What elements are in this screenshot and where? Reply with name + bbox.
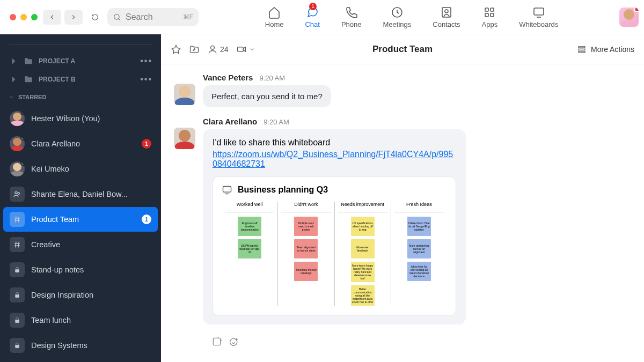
add-reaction-icon[interactable] (229, 336, 239, 347)
svg-rect-34 (223, 186, 231, 192)
sender-name: Vance Peters (203, 73, 253, 82)
tab-apps[interactable]: Apps (482, 6, 498, 28)
sidebar-item-label: Stand-up notes (31, 265, 84, 274)
sidebar-section-starred[interactable]: STARRED (0, 88, 161, 106)
sidebar-item-product-team[interactable]: Product Team1 (3, 207, 158, 232)
tab-chat[interactable]: 1Chat (305, 6, 319, 28)
sidebar-item-design-systems[interactable]: Design Systems (3, 333, 158, 358)
svg-rect-5 (485, 8, 488, 11)
maximize-window-icon[interactable] (31, 14, 38, 20)
sidebar-item-design-inspiration[interactable]: Design Inspiration (3, 283, 158, 307)
sticky-note: Multiple tools used to track project (294, 217, 318, 236)
contacts-icon (440, 6, 453, 19)
tab-meetings[interactable]: Meetings (383, 6, 412, 28)
tab-phone[interactable]: Phone (341, 6, 362, 28)
svg-rect-29 (237, 47, 243, 51)
sidebar-folder-project-b[interactable]: PROJECT B ••• (0, 70, 161, 88)
sidebar-item-clara[interactable]: Clara Arellano1 (3, 131, 158, 156)
hash-icon (10, 212, 25, 227)
sidebar-item-label: Kei Umeko (31, 165, 69, 173)
svg-line-16 (18, 217, 19, 223)
star-icon[interactable] (171, 44, 181, 55)
sticky-note: UX/PM weekly meetings for sign-off (238, 239, 261, 258)
svg-rect-8 (491, 13, 494, 17)
sender-avatar[interactable] (174, 128, 195, 149)
sticky-note: Eng hand-off timeline documentation (238, 217, 261, 236)
svg-line-1 (119, 18, 120, 20)
search-input[interactable]: Search ⌘F (107, 8, 199, 26)
svg-rect-33 (579, 51, 585, 52)
tab-home[interactable]: Home (265, 6, 284, 28)
sticky-note: Team alignment on launch dates (294, 239, 318, 258)
folder-icon (24, 56, 33, 66)
svg-rect-9 (534, 8, 544, 15)
whiteboard-icon (532, 6, 545, 19)
sidebar-item-group[interactable]: Shante Elena, Daniel Bow... (3, 182, 158, 206)
tab-label: Home (265, 20, 284, 28)
sidebar-item-creative[interactable]: Creative (3, 232, 158, 257)
menu-icon (577, 45, 587, 54)
member-count[interactable]: 24 (207, 44, 229, 55)
whiteboard-preview: Worked wellEng hand-off timeline documen… (222, 202, 447, 306)
sidebar-item-social[interactable]: Social (3, 358, 158, 362)
chat-panel: 24 Product Team More Actions Vance Peter… (161, 34, 644, 362)
whiteboard-card[interactable]: Business planning Q3 Worked wellEng hand… (213, 176, 456, 316)
sidebar-item-label: Clara Arellano (31, 139, 80, 148)
more-actions-label: More Actions (591, 45, 634, 54)
chevron-right-icon (9, 75, 18, 84)
recording-presence-icon (21, 111, 25, 115)
message-list: Vance Peters9:20 AM Perfect, can you sen… (161, 64, 644, 362)
svg-rect-23 (16, 320, 19, 322)
svg-line-20 (18, 242, 19, 248)
folder-menu-icon[interactable]: ••• (140, 56, 152, 66)
message-intro: I'd like to share this whiteboard (213, 138, 456, 147)
apps-icon (483, 6, 496, 19)
sidebar-item-label: Design Inspiration (31, 291, 93, 299)
tab-contacts[interactable]: Contacts (433, 6, 460, 28)
minimize-window-icon[interactable] (20, 14, 27, 20)
online-presence-icon (20, 161, 25, 166)
sidebar-item-team-lunch[interactable]: Team lunch (3, 308, 158, 333)
sidebar-item-label: Design Systems (31, 341, 87, 350)
col-header: Didn't work (281, 202, 331, 212)
video-call-button[interactable] (236, 44, 255, 55)
svg-rect-21 (16, 269, 19, 272)
folder-label: PROJECT A (39, 57, 75, 65)
sidebar-item-kei[interactable]: Kei Umeko (3, 157, 158, 181)
svg-line-15 (16, 217, 16, 223)
message-time: 9:20 AM (259, 74, 285, 82)
whiteboard-link[interactable]: https://zoom.us/wb/Q2_Business_Planning/… (213, 150, 453, 168)
folder-menu-icon[interactable]: ••• (140, 75, 152, 84)
clock-icon (391, 6, 404, 19)
forward-button[interactable] (64, 10, 83, 25)
video-icon (236, 44, 247, 55)
move-to-folder-icon[interactable] (189, 44, 200, 55)
col-header: Needs improvement (338, 202, 387, 212)
back-button[interactable] (43, 10, 61, 25)
history-button[interactable] (86, 10, 104, 25)
sidebar-item-standup[interactable]: Stand-up notes (3, 257, 158, 282)
whiteboard-icon (222, 184, 232, 195)
online-presence-icon (20, 136, 25, 141)
section-label: STARRED (18, 94, 46, 100)
col-header: Worked well (225, 202, 274, 212)
sidebar-folder-project-a[interactable]: PROJECT A ••• (0, 52, 161, 70)
more-actions-button[interactable]: More Actions (577, 45, 634, 54)
screenshot-icon[interactable] (211, 336, 222, 347)
sticky-note: UX specifications when handing off to en… (351, 217, 375, 236)
top-tabs: Home 1Chat Phone Meetings Contacts Apps … (215, 6, 609, 28)
tab-whiteboards[interactable]: Whiteboards (519, 6, 558, 28)
member-count-value: 24 (220, 45, 229, 54)
profile-avatar[interactable] (619, 8, 639, 27)
sender-avatar[interactable] (174, 84, 195, 105)
svg-rect-36 (213, 338, 220, 345)
svg-point-12 (18, 193, 19, 194)
close-window-icon[interactable] (10, 14, 16, 20)
tab-label: Whiteboards (519, 20, 558, 28)
sender-name: Clara Arellano (203, 117, 257, 126)
search-icon (113, 13, 121, 21)
search-shortcut: ⌘F (183, 13, 193, 21)
compose-toolbar (174, 334, 631, 351)
sidebar-item-hester[interactable]: Hester Wilson (You) (3, 106, 158, 131)
svg-rect-7 (485, 13, 488, 17)
